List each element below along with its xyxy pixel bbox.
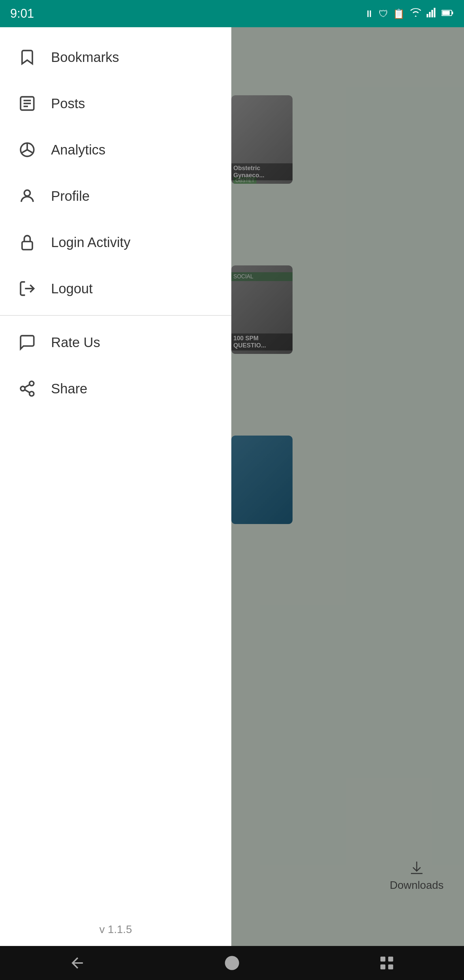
nav-back-button[interactable] (64, 950, 91, 977)
drawer: Bookmarks Posts (0, 27, 231, 946)
wifi-icon (410, 8, 422, 20)
menu-item-login-activity[interactable]: Login Activity (0, 219, 231, 266)
analytics-icon (17, 140, 37, 160)
svg-rect-3 (434, 8, 435, 18)
menu-item-bookmarks[interactable]: Bookmarks (0, 34, 231, 80)
profile-icon (17, 186, 37, 206)
profile-label: Profile (51, 189, 89, 204)
svg-point-16 (30, 381, 34, 385)
login-activity-label: Login Activity (51, 235, 130, 250)
status-time: 9:01 (10, 6, 34, 21)
logout-icon (17, 278, 37, 299)
bookmarks-label: Bookmarks (51, 50, 119, 65)
posts-icon (17, 93, 37, 114)
posts-label: Posts (51, 96, 85, 111)
logout-label: Logout (51, 281, 92, 296)
svg-rect-1 (429, 12, 431, 18)
nav-bar (0, 946, 464, 980)
nav-recents-button[interactable] (373, 950, 400, 977)
menu-item-share[interactable]: Share (0, 366, 231, 412)
signal-icon (427, 8, 437, 20)
menu-item-analytics[interactable]: Analytics (0, 127, 231, 173)
svg-rect-0 (427, 14, 428, 18)
svg-line-19 (25, 390, 30, 393)
svg-line-20 (25, 385, 30, 388)
analytics-label: Analytics (51, 142, 105, 158)
menu-item-rate-us[interactable]: Rate Us (0, 319, 231, 366)
shield-icon: 🛡 (378, 8, 388, 19)
svg-point-13 (24, 190, 30, 196)
bookmark-icon (17, 47, 37, 67)
status-icons: ⏸ 🛡 📋 (364, 8, 454, 20)
svg-point-21 (225, 956, 239, 970)
version-text: v 1.1.5 (0, 913, 231, 946)
svg-rect-14 (22, 242, 32, 250)
menu-item-logout[interactable]: Logout (0, 266, 231, 312)
menu-item-profile[interactable]: Profile (0, 173, 231, 219)
svg-rect-2 (431, 10, 433, 18)
svg-rect-6 (442, 11, 450, 15)
status-bar: 9:01 ⏸ 🛡 📋 (0, 0, 464, 27)
svg-rect-24 (380, 964, 385, 969)
svg-rect-25 (388, 964, 393, 969)
share-label: Share (51, 381, 87, 396)
lock-icon (17, 232, 37, 253)
rate-icon (17, 332, 37, 353)
menu-item-posts[interactable]: Posts (0, 80, 231, 127)
svg-rect-23 (388, 956, 393, 962)
menu-divider (0, 315, 231, 316)
nav-home-button[interactable] (218, 950, 246, 977)
svg-rect-5 (452, 11, 453, 14)
battery-icon (442, 8, 454, 19)
share-icon (17, 379, 37, 399)
svg-rect-22 (380, 956, 385, 962)
clipboard-icon: 📋 (393, 8, 405, 19)
svg-point-17 (21, 387, 25, 391)
drawer-menu: Bookmarks Posts (0, 27, 231, 913)
svg-point-18 (30, 392, 34, 396)
rate-us-label: Rate Us (51, 335, 100, 350)
pause-icon: ⏸ (364, 8, 374, 19)
